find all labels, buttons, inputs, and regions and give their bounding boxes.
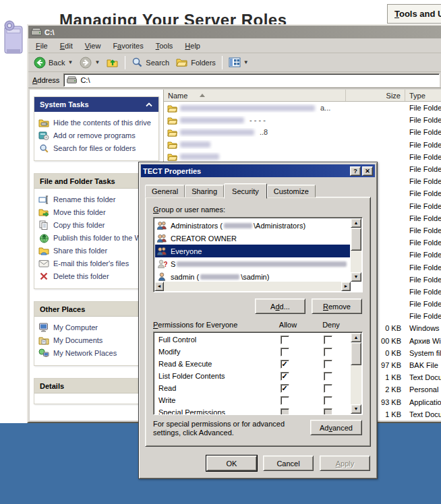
forward-dropdown-icon[interactable]: ▼ [94,59,100,65]
scroll-up-icon[interactable]: ▲ [351,333,361,342]
acl-entry[interactable]: Administrators (\Administrators) [155,219,350,232]
deny-checkbox[interactable] [324,384,332,393]
dialog-titlebar[interactable]: TECT Properties ? ✕ [141,164,375,177]
file-type: File Folder [405,104,441,112]
deny-checkbox[interactable] [324,360,332,369]
panel-system-tasks: System TasksHide the contents of this dr… [34,96,159,161]
task-label: Copy this folder [53,220,105,230]
file-row[interactable]: - - - -File Folder [164,114,441,126]
scroll-right-icon[interactable]: ► [341,282,351,291]
menu-edit[interactable]: Edit [54,40,79,52]
scroll-down-icon[interactable]: ▼ [351,272,361,282]
allow-checkbox[interactable]: ✓ [281,372,289,381]
cancel-button[interactable]: Cancel [263,455,314,471]
allow-checkbox[interactable] [281,348,289,356]
allow-header: Allow [267,321,309,329]
panel-title: System Tasks [40,100,89,108]
file-type: File Folder [405,312,441,320]
column-type[interactable]: Type [405,90,441,101]
back-button[interactable]: Back ▼ [31,55,76,70]
scroll-thumb[interactable] [351,228,361,251]
column-name[interactable]: Name [164,90,346,101]
allow-checkbox[interactable] [281,408,289,415]
remove-button[interactable]: Remove [312,298,362,314]
up-button[interactable] [104,56,121,69]
explorer-titlebar[interactable]: C:\ [28,26,441,38]
scroll-down-icon[interactable]: ▼ [351,404,361,414]
folders-icon [176,57,188,67]
menu-file[interactable]: File [30,40,54,52]
search-button[interactable]: Search [129,55,172,69]
views-button[interactable]: ▼ [226,56,252,69]
deny-checkbox[interactable] [324,336,332,344]
menu-view[interactable]: View [79,40,107,52]
properties-dialog: TECT Properties ? ✕ GeneralSharingSecuri… [138,162,378,479]
tab-customize[interactable]: Customize [267,185,316,197]
address-input[interactable]: C:\ [63,73,440,87]
permissions-vertical-scrollbar[interactable]: ▲ ▼ [351,333,361,414]
permission-row: Read & Execute✓ [155,358,350,370]
help-button[interactable]: ? [350,166,361,176]
toolbar-separator [222,56,223,69]
permission-name: List Folder Contents [158,372,264,380]
menu-favorites[interactable]: Favorites [107,40,149,52]
deny-header: Deny [309,321,353,329]
scroll-thumb[interactable] [351,342,361,365]
menu-tools[interactable]: Tools [150,40,179,52]
allow-checkbox[interactable]: ✓ [281,360,289,369]
folders-button[interactable]: Folders [173,56,218,69]
up-folder-icon [107,57,119,68]
allow-checkbox[interactable] [281,396,289,405]
file-type: Text Docu [405,410,441,418]
tab-general[interactable]: General [145,185,185,197]
allow-checkbox[interactable] [281,336,289,344]
acl-entry[interactable]: sadmin (\sadmin) [155,270,350,281]
forward-icon [80,57,92,69]
tools-and-updates-button[interactable]: Tools and Up [387,4,441,24]
dialog-title: TECT Properties [143,167,349,175]
views-dropdown-icon[interactable]: ▼ [243,59,249,65]
file-type: Applicatio [405,398,441,406]
tab-sharing[interactable]: Sharing [185,185,224,197]
allow-checkbox[interactable]: ✓ [281,384,289,393]
file-row[interactable]: ..8File Folder [164,126,441,138]
acl-entry[interactable]: Everyone [155,245,350,257]
task-label: Share this folder [53,246,107,255]
deny-checkbox[interactable] [324,348,332,356]
chevron-up-icon[interactable] [145,102,153,107]
panel-header[interactable]: System Tasks [34,97,158,112]
close-icon[interactable]: ✕ [362,166,373,176]
deny-checkbox[interactable] [324,396,332,405]
folder-icon [167,152,177,161]
acl-vertical-scrollbar[interactable]: ▲ ▼ [351,218,361,282]
file-row[interactable]: a...File Folder [164,102,441,114]
redacted-name [180,141,210,148]
column-size[interactable]: Size [346,90,405,101]
address-label: Address [32,76,59,84]
deny-checkbox[interactable] [324,408,332,415]
scroll-up-icon[interactable]: ▲ [351,218,361,228]
group-icon [156,233,167,243]
add-button[interactable]: Add... [255,298,305,314]
advanced-button[interactable]: Advanced [310,420,362,435]
tools-button-label: Tools and Up [394,9,441,19]
ok-button[interactable]: OK [206,455,257,471]
acl-entry[interactable]: CREATOR OWNER [155,232,350,245]
tab-security[interactable]: Security [224,183,267,199]
menu-help[interactable]: Help [179,40,206,52]
forward-button[interactable]: ▼ [77,55,102,70]
redacted-text [224,223,252,228]
task-link[interactable]: Add or remove programs [38,129,156,142]
deny-checkbox[interactable] [324,372,332,381]
acl-horizontal-scrollbar[interactable]: ◄ ► [154,282,351,291]
apply-button[interactable]: Apply [320,455,370,471]
scroll-left-icon[interactable]: ◄ [154,282,164,291]
task-link[interactable]: Search for files or folders [38,142,156,155]
acl-entry[interactable]: ?S [155,257,350,270]
search-icon [38,143,49,154]
task-link[interactable]: Hide the contents of this drive [38,117,156,129]
file-row[interactable]: File Folder [164,139,441,151]
acl-entry-label: CREATOR OWNER [171,234,237,243]
back-dropdown-icon[interactable]: ▼ [67,59,73,65]
file-type: BAK File [405,361,441,369]
